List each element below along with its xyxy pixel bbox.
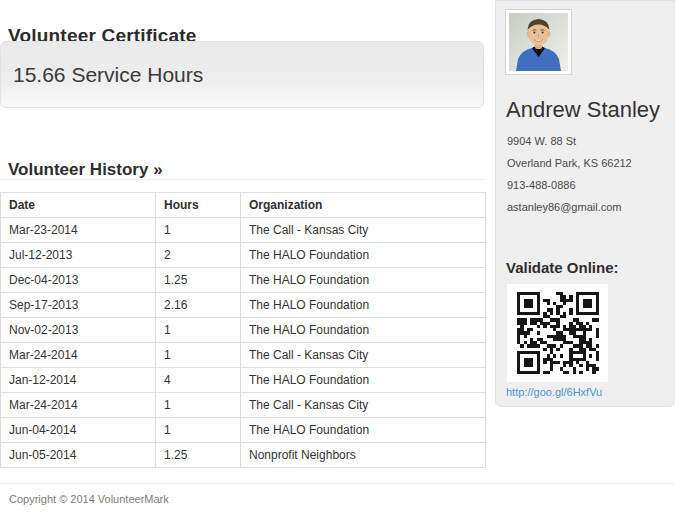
table-row: Nov-02-20131The HALO Foundation (1, 318, 486, 343)
table-row: Sep-17-20132.16The HALO Foundation (1, 293, 486, 318)
history-table: Date Hours Organization Mar-23-20141The … (0, 192, 486, 468)
table-cell: 1 (156, 318, 241, 343)
table-cell: The HALO Foundation (241, 293, 486, 318)
qr-code (507, 284, 608, 382)
portrait-illustration (509, 13, 568, 71)
table-cell: 1 (156, 418, 241, 443)
table-cell: Sep-17-2013 (1, 293, 156, 318)
validate-online-heading: Validate Online: (506, 259, 619, 276)
table-cell: 2 (156, 243, 241, 268)
table-row: Mar-24-20141The Call - Kansas City (1, 393, 486, 418)
service-hours-banner: 15.66 Service Hours (0, 41, 484, 108)
table-cell: Mar-23-2014 (1, 218, 156, 243)
validate-link[interactable]: http://goo.gl/6HxfVu (506, 386, 602, 398)
table-cell: 1.25 (156, 443, 241, 468)
profile-photo (506, 10, 571, 74)
profile-name: Andrew Stanley (506, 97, 660, 123)
table-cell: The HALO Foundation (241, 318, 486, 343)
table-cell: 1.25 (156, 268, 241, 293)
service-hours-text: 15.66 Service Hours (1, 63, 203, 87)
profile-card: Andrew Stanley 9904 W. 88 St Overland Pa… (495, 0, 675, 407)
column-header-organization: Organization (241, 193, 486, 218)
table-cell: Jun-04-2014 (1, 418, 156, 443)
table-cell: The HALO Foundation (241, 243, 486, 268)
table-cell: The HALO Foundation (241, 268, 486, 293)
table-row: Mar-24-20141The Call - Kansas City (1, 343, 486, 368)
table-cell: 1 (156, 218, 241, 243)
column-header-date: Date (1, 193, 156, 218)
divider (0, 179, 484, 180)
table-row: Jan-12-20144The HALO Foundation (1, 368, 486, 393)
table-cell: Nov-02-2013 (1, 318, 156, 343)
qr-code-image (517, 292, 599, 374)
table-cell: The Call - Kansas City (241, 393, 486, 418)
table-cell: 1 (156, 393, 241, 418)
history-heading: Volunteer History » (8, 160, 163, 180)
table-header-row: Date Hours Organization (1, 193, 486, 218)
table-cell: 2.16 (156, 293, 241, 318)
phone-number: 913-488-0886 (507, 179, 576, 191)
table-row: Jun-04-20141The HALO Foundation (1, 418, 486, 443)
table-row: Dec-04-20131.25The HALO Foundation (1, 268, 486, 293)
footer-divider (0, 483, 675, 484)
table-cell: 1 (156, 343, 241, 368)
table-cell: The Call - Kansas City (241, 218, 486, 243)
column-header-hours: Hours (156, 193, 241, 218)
address-line-1: 9904 W. 88 St (507, 135, 576, 147)
copyright-text: Copyright © 2014 VolunteerMark (9, 493, 169, 505)
table-cell: Dec-04-2013 (1, 268, 156, 293)
table-cell: Jun-05-2014 (1, 443, 156, 468)
table-cell: Mar-24-2014 (1, 393, 156, 418)
table-row: Jun-05-20141.25Nonprofit Neighbors (1, 443, 486, 468)
table-cell: 4 (156, 368, 241, 393)
table-row: Mar-23-20141The Call - Kansas City (1, 218, 486, 243)
table-cell: Mar-24-2014 (1, 343, 156, 368)
table-row: Jul-12-20132The HALO Foundation (1, 243, 486, 268)
history-table-body: Mar-23-20141The Call - Kansas CityJul-12… (1, 218, 486, 468)
address-line-2: Overland Park, KS 66212 (507, 157, 632, 169)
table-cell: Jan-12-2014 (1, 368, 156, 393)
table-cell: The HALO Foundation (241, 368, 486, 393)
table-cell: The Call - Kansas City (241, 343, 486, 368)
table-cell: The HALO Foundation (241, 418, 486, 443)
table-cell: Jul-12-2013 (1, 243, 156, 268)
email-address: astanley86@gmail.com (507, 201, 622, 213)
table-cell: Nonprofit Neighbors (241, 443, 486, 468)
